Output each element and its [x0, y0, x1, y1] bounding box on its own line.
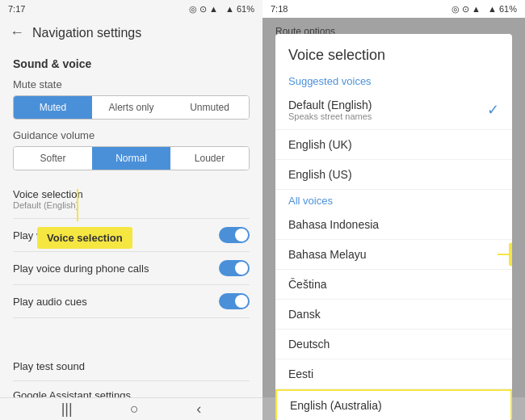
audio-cues-label: Play audio cues: [13, 296, 87, 308]
audio-cues-row[interactable]: Play audio cues: [13, 285, 250, 318]
deutsch-name: Deutsch: [288, 338, 330, 351]
default-english-sub: Speaks street names: [288, 111, 372, 121]
english-australia-name: English (Australia): [290, 399, 382, 412]
dansk-name: Dansk: [288, 308, 321, 321]
voice-selection-dialog: Voice selection Suggested voices Default…: [275, 34, 512, 420]
cestina-name: Čeština: [288, 278, 326, 291]
left-status-icons: ◎ ⊙ ▲ ▲ 61%: [189, 4, 254, 15]
dialog-title: Voice selection: [275, 34, 512, 70]
right-panel: 7:18 ◎ ⊙ ▲ ▲ 61% Route options Voice sel…: [262, 0, 525, 420]
left-panel: 7:17 ◎ ⊙ ▲ ▲ 61% ← Navigation settings S…: [0, 0, 262, 420]
phone-calls-row[interactable]: Play voice during phone calls: [13, 252, 250, 285]
left-time: 7:17: [8, 4, 25, 14]
english-us-item[interactable]: English (US): [275, 160, 512, 190]
page-title: Navigation settings: [32, 26, 141, 40]
annotation-arrow: [69, 189, 86, 223]
unmuted-button[interactable]: Unmuted: [170, 96, 249, 119]
sound-voice-title: Sound & voice: [13, 57, 250, 70]
bahasa-indonesia-item[interactable]: Bahasa Indonesia: [275, 210, 512, 240]
google-settings-title: Google Assistant settings: [13, 389, 250, 397]
bahasa-melayu-name: Bahasa Melayu: [288, 248, 367, 261]
louder-button[interactable]: Louder: [170, 147, 249, 170]
panel-content: Sound & voice Mute state Muted Alerts on…: [0, 48, 262, 397]
all-voices-label: All voices: [275, 190, 512, 210]
bahasa-melayu-item[interactable]: Bahasa Melayu English (Australia): [275, 240, 512, 270]
back-arrow-icon[interactable]: ←: [10, 24, 24, 41]
eesti-name: Eesti: [288, 368, 313, 380]
mute-state-label: Mute state: [13, 78, 250, 90]
left-nav-menu-icon[interactable]: |||: [61, 401, 73, 418]
english-uk-item[interactable]: English (UK): [275, 130, 512, 160]
deutsch-item[interactable]: Deutsch: [275, 330, 512, 359]
left-status-bar: 7:17 ◎ ⊙ ▲ ▲ 61%: [0, 0, 262, 18]
left-nav-bar: ||| ○ ‹: [0, 397, 262, 420]
softer-button[interactable]: Softer: [14, 147, 92, 170]
english-australia-annotation: English (Australia): [509, 243, 512, 267]
left-nav-back-icon[interactable]: ‹: [196, 401, 201, 418]
default-english-name: Default (English): [288, 99, 372, 111]
mute-state-toggle-group: Muted Alerts only Unmuted: [13, 95, 250, 120]
guidance-volume-toggle-group: Softer Normal Louder: [13, 146, 250, 170]
right-status-bar: 7:18 ◎ ⊙ ▲ ▲ 61%: [262, 0, 525, 18]
phone-calls-toggle[interactable]: [219, 260, 250, 276]
bluetooth-toggle[interactable]: [219, 227, 250, 243]
google-settings-row[interactable]: Google Assistant settings Manage driving…: [13, 381, 250, 397]
top-bar: ← Navigation settings: [0, 18, 262, 48]
english-us-name: English (US): [288, 168, 352, 181]
test-sound-label: Play test sound: [13, 360, 85, 372]
eesti-item[interactable]: Eesti: [275, 359, 512, 389]
cestina-item[interactable]: Čeština: [275, 270, 512, 300]
bahasa-indonesia-name: Bahasa Indonesia: [288, 218, 379, 231]
alerts-only-button[interactable]: Alerts only: [92, 96, 170, 119]
phone-calls-label: Play voice during phone calls: [13, 262, 149, 275]
voice-selection-row[interactable]: Voice selection Default (English) Voice …: [13, 180, 250, 219]
dialog-overlay: Voice selection Suggested voices Default…: [262, 18, 525, 420]
muted-button[interactable]: Muted: [14, 96, 92, 119]
right-time: 7:18: [271, 4, 288, 14]
guidance-volume-label: Guidance volume: [13, 129, 250, 141]
suggested-voices-label: Suggested voices: [275, 70, 512, 90]
left-nav-home-icon[interactable]: ○: [130, 401, 139, 418]
test-sound-row[interactable]: Play test sound: [13, 352, 250, 381]
normal-button[interactable]: Normal: [92, 147, 170, 170]
dansk-item[interactable]: Dansk: [275, 300, 512, 330]
audio-cues-toggle[interactable]: [219, 293, 250, 309]
check-icon: ✓: [487, 101, 499, 119]
right-status-icons: ◎ ⊙ ▲ ▲ 61%: [452, 4, 517, 15]
english-australia-item[interactable]: English (Australia): [275, 389, 512, 420]
default-english-item[interactable]: Default (English) Speaks street names ✓: [275, 90, 512, 130]
english-uk-name: English (UK): [288, 138, 352, 151]
voice-selection-annotation: Voice selection: [37, 227, 132, 249]
